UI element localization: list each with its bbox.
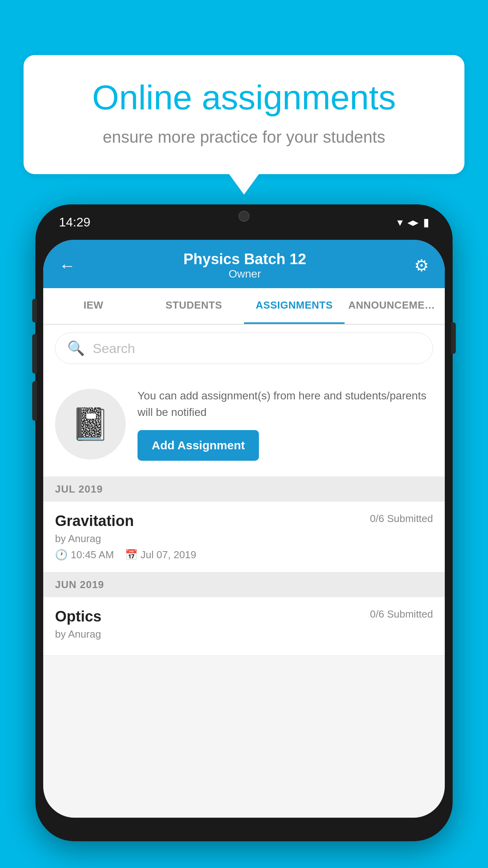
meta-date-value: Jul 07, 2019 (141, 549, 196, 561)
assignment-row-top-optics: Optics 0/6 Submitted (55, 608, 433, 625)
promo-description: You can add assignment(s) from here and … (138, 388, 433, 421)
back-button[interactable]: ← (59, 256, 75, 275)
section-jun-2019: JUN 2019 (43, 572, 445, 597)
section-jul-label: JUL 2019 (55, 483, 103, 495)
phone-container: 14:29 ▾ ◂▸ ▮ ← Physics Batch 12 Owner ⚙ (35, 204, 453, 868)
phone-side-button-left-2 (32, 334, 37, 373)
phone-side-button-right (451, 322, 456, 354)
speech-bubble-title: Online assignments (51, 79, 437, 117)
signal-icon: ◂▸ (407, 216, 418, 229)
assignment-submitted-optics: 0/6 Submitted (370, 608, 433, 620)
assignment-gravitation[interactable]: Gravitation 0/6 Submitted by Anurag 🕐 10… (43, 502, 445, 572)
add-assignment-button[interactable]: Add Assignment (138, 430, 259, 461)
app-header: ← Physics Batch 12 Owner ⚙ (43, 240, 445, 288)
search-placeholder: Search (93, 341, 135, 356)
phone-camera (238, 211, 250, 222)
wifi-icon: ▾ (397, 216, 403, 229)
promo-icon-circle: 📓 (55, 389, 126, 460)
header-title-group: Physics Batch 12 Owner (183, 251, 306, 280)
phone-frame: 14:29 ▾ ◂▸ ▮ ← Physics Batch 12 Owner ⚙ (35, 204, 453, 841)
speech-bubble-container: Online assignments ensure more practice … (24, 55, 464, 174)
tab-assignments[interactable]: ASSIGNMENTS (244, 288, 345, 324)
speech-bubble: Online assignments ensure more practice … (24, 55, 464, 174)
clock-icon: 🕐 (55, 549, 68, 561)
assignment-name-gravitation: Gravitation (55, 513, 134, 530)
meta-date-gravitation: 📅 Jul 07, 2019 (125, 549, 196, 561)
calendar-icon: 📅 (125, 549, 138, 561)
speech-bubble-subtitle: ensure more practice for your students (51, 128, 437, 147)
assignment-by-optics: by Anurag (55, 628, 433, 640)
header-subtitle: Owner (183, 268, 306, 280)
promo-content: You can add assignment(s) from here and … (138, 388, 433, 461)
phone-notch (205, 204, 283, 228)
notebook-icon: 📓 (71, 406, 110, 443)
assignment-submitted-gravitation: 0/6 Submitted (370, 513, 433, 525)
phone-side-button-left-3 (32, 381, 37, 421)
meta-time-gravitation: 🕐 10:45 AM (55, 549, 114, 561)
tab-announcements[interactable]: ANNOUNCEMENTS (345, 288, 445, 324)
tab-students[interactable]: STUDENTS (144, 288, 244, 324)
search-icon: 🔍 (67, 340, 85, 357)
status-icons: ▾ ◂▸ ▮ (397, 216, 429, 229)
section-jul-2019: JUL 2019 (43, 477, 445, 502)
tab-iew[interactable]: IEW (43, 288, 144, 324)
assignment-by-gravitation: by Anurag (55, 533, 433, 545)
promo-section: 📓 You can add assignment(s) from here an… (43, 372, 445, 477)
gear-icon[interactable]: ⚙ (414, 256, 429, 275)
section-jun-label: JUN 2019 (55, 579, 104, 590)
phone-screen: ← Physics Batch 12 Owner ⚙ IEW STUDENTS … (43, 240, 445, 818)
phone-side-button-left-1 (32, 299, 37, 322)
search-bar[interactable]: 🔍 Search (55, 333, 433, 364)
assignment-optics[interactable]: Optics 0/6 Submitted by Anurag (43, 597, 445, 656)
search-container: 🔍 Search (43, 325, 445, 372)
battery-icon: ▮ (423, 216, 429, 229)
tabs-bar: IEW STUDENTS ASSIGNMENTS ANNOUNCEMENTS (43, 288, 445, 325)
phone-top-bar: 14:29 ▾ ◂▸ ▮ (35, 204, 453, 240)
meta-time-value: 10:45 AM (71, 549, 114, 561)
status-time: 14:29 (59, 215, 90, 230)
assignment-row-top: Gravitation 0/6 Submitted (55, 513, 433, 530)
header-title: Physics Batch 12 (183, 251, 306, 268)
assignment-meta-gravitation: 🕐 10:45 AM 📅 Jul 07, 2019 (55, 549, 433, 561)
assignment-name-optics: Optics (55, 608, 101, 625)
